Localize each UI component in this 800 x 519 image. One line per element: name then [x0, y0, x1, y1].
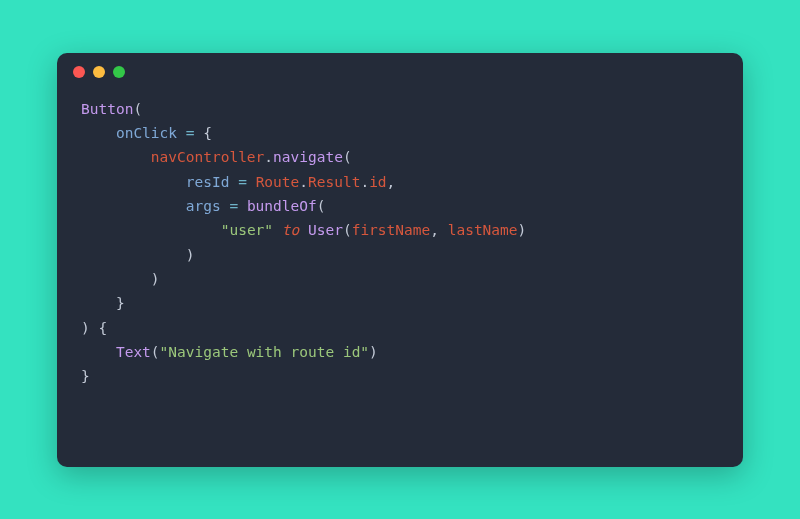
token-prop-onclick: onClick — [116, 125, 177, 141]
token-paren: ) — [369, 344, 378, 360]
token-dot: . — [264, 149, 273, 165]
token-paren: ) — [518, 222, 527, 238]
token-lastname: lastName — [448, 222, 518, 238]
token-indent — [81, 222, 221, 238]
token-brace: { — [90, 320, 107, 336]
token-prop-resid: resId — [186, 174, 230, 190]
token-paren: ) — [186, 247, 195, 263]
token-paren: ) — [151, 271, 160, 287]
token-route: Route — [256, 174, 300, 190]
token-eq: = — [221, 198, 247, 214]
token-eq: = — [177, 125, 203, 141]
token-indent — [81, 198, 186, 214]
token-prop-args: args — [186, 198, 221, 214]
token-navigate: navigate — [273, 149, 343, 165]
token-indent — [81, 247, 186, 263]
token-comma: , — [387, 174, 396, 190]
token-paren: ( — [343, 149, 352, 165]
close-icon[interactable] — [73, 66, 85, 78]
token-indent — [81, 125, 116, 141]
token-fn-button: Button — [81, 101, 133, 117]
token-firstname: firstName — [352, 222, 431, 238]
token-brace: } — [81, 368, 90, 384]
token-indent — [81, 344, 116, 360]
token-navcontroller: navController — [151, 149, 265, 165]
token-indent — [81, 149, 151, 165]
code-window: Button( onClick = { navController.naviga… — [57, 53, 743, 467]
token-indent — [81, 174, 186, 190]
token-dot: . — [299, 174, 308, 190]
token-id: id — [369, 174, 386, 190]
maximize-icon[interactable] — [113, 66, 125, 78]
token-comma: , — [430, 222, 447, 238]
token-paren: ( — [151, 344, 160, 360]
token-indent — [81, 295, 116, 311]
token-string-navigate: "Navigate with route id" — [160, 344, 370, 360]
token-paren: ) — [81, 320, 90, 336]
minimize-icon[interactable] — [93, 66, 105, 78]
token-brace: { — [203, 125, 212, 141]
token-keyword-to: to — [273, 222, 308, 238]
token-paren: ( — [343, 222, 352, 238]
token-bundleof: bundleOf — [247, 198, 317, 214]
code-block: Button( onClick = { navController.naviga… — [57, 91, 743, 413]
token-user-ctor: User — [308, 222, 343, 238]
token-dot: . — [360, 174, 369, 190]
token-result: Result — [308, 174, 360, 190]
token-paren: ( — [317, 198, 326, 214]
token-fn-text: Text — [116, 344, 151, 360]
token-indent — [81, 271, 151, 287]
token-eq: = — [229, 174, 255, 190]
token-brace: } — [116, 295, 125, 311]
window-titlebar — [57, 53, 743, 91]
token-string-user: "user" — [221, 222, 273, 238]
token-paren: ( — [133, 101, 142, 117]
